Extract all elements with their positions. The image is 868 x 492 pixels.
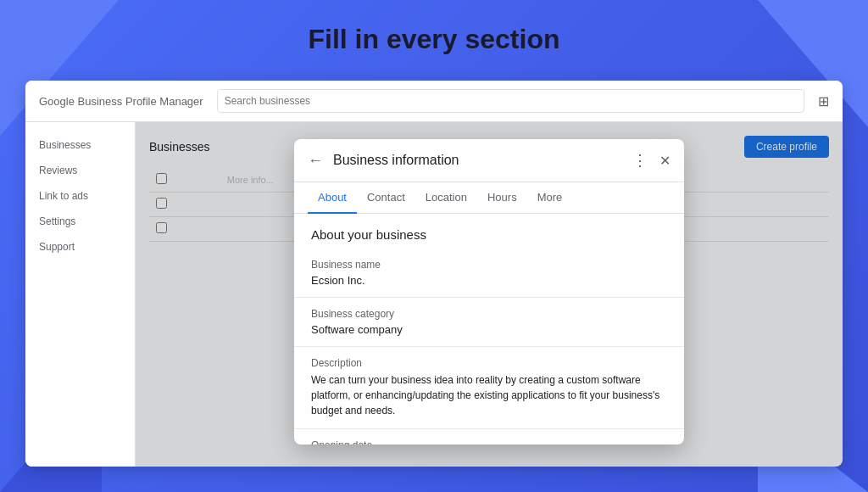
tab-about[interactable]: About [308, 182, 357, 214]
card-background: Google Business Profile Manager ⊞ Busine… [25, 81, 843, 467]
tab-location[interactable]: Location [415, 182, 477, 214]
modal-scroll-content[interactable]: About your business Business name Ecsion… [294, 214, 684, 444]
sidebar-item-businesses[interactable]: Businesses [25, 132, 135, 158]
sidebar-item-link-to-ads[interactable]: Link to ads [25, 183, 135, 209]
opening-date-field: Opening date January 21, 2009 [294, 429, 684, 444]
gbp-logo: Google Business Profile Manager [39, 95, 203, 108]
back-button[interactable]: ← [308, 152, 323, 170]
sidebar-item-reviews[interactable]: Reviews [25, 158, 135, 183]
tab-more[interactable]: More [527, 182, 573, 214]
business-info-modal: ← Business information ⋮ ✕ About Contact… [294, 139, 684, 444]
gbp-content: Businesses Create profile More info... ✏… [136, 122, 843, 467]
modal-scroll-container: About your business Business name Ecsion… [294, 214, 684, 444]
gbp-sidebar: Businesses Reviews Link to ads Settings … [25, 122, 136, 467]
modal-tabs: About Contact Location Hours More [294, 182, 684, 214]
business-category-field: Business category Software company [294, 298, 684, 347]
modal-overlay: ← Business information ⋮ ✕ About Contact… [136, 122, 843, 467]
business-category-value: Software company [311, 323, 667, 336]
business-name-label: Business name [311, 259, 667, 271]
close-button[interactable]: ✕ [659, 153, 670, 169]
tab-hours[interactable]: Hours [477, 182, 527, 214]
gbp-header: Google Business Profile Manager ⊞ [25, 81, 843, 122]
gbp-search-input[interactable] [217, 89, 804, 113]
modal-title: Business information [333, 153, 632, 168]
more-options-button[interactable]: ⋮ [632, 151, 649, 170]
page-title: Fill in every section [0, 24, 868, 55]
gbp-body: Businesses Reviews Link to ads Settings … [25, 122, 843, 467]
description-field: Description We can turn your business id… [294, 347, 684, 429]
business-name-field: Business name Ecsion Inc. [294, 249, 684, 298]
sidebar-item-support[interactable]: Support [25, 234, 135, 260]
tab-contact[interactable]: Contact [357, 182, 415, 214]
modal-header: ← Business information ⋮ ✕ [294, 139, 684, 182]
sidebar-item-settings[interactable]: Settings [25, 209, 135, 234]
section-title: About your business [294, 214, 684, 249]
description-label: Description [311, 357, 667, 369]
business-name-value: Ecsion Inc. [311, 274, 667, 287]
grid-icon: ⊞ [818, 93, 829, 109]
business-category-label: Business category [311, 308, 667, 320]
opening-date-label: Opening date [311, 439, 667, 444]
description-value: We can turn your business idea into real… [311, 372, 667, 418]
